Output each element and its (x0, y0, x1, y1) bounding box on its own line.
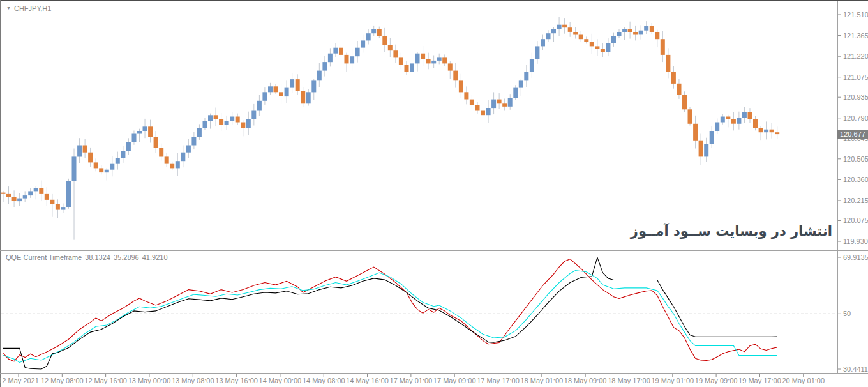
candle-bull (268, 86, 273, 92)
candle-bear (590, 42, 594, 47)
candle-bull (61, 207, 65, 210)
time-tick-label: 18 May 09:00 (564, 377, 607, 384)
candle-bull (208, 115, 213, 121)
candle-bear (459, 80, 463, 92)
candle-bear (39, 188, 43, 194)
indicator-value-2: 35.2896 (114, 254, 139, 261)
candle-bull (110, 164, 114, 170)
candle-bear (296, 79, 300, 91)
symbol-dropdown-icon[interactable]: ▼ (6, 6, 11, 10)
indicator-tick-label: 30.4411 (843, 365, 868, 373)
candle-bear (382, 36, 387, 45)
candle-bear (442, 57, 447, 63)
candle-bull (17, 199, 22, 202)
indicator-axis[interactable]: 69.91355030.4411 (838, 254, 868, 373)
candle-bull (121, 151, 125, 158)
time-tick-label: 12 May 2021 (0, 377, 39, 384)
candle-bull (524, 72, 528, 81)
price-tick-label: 121.220 (843, 52, 868, 60)
candle-bear (502, 103, 507, 107)
window-top-border (0, 0, 868, 1)
time-tick-label: 18 May 01:00 (521, 377, 564, 384)
candle-bear (377, 29, 382, 36)
candle-bull (137, 131, 142, 134)
candle-bear (94, 162, 98, 168)
candle-bull (333, 48, 338, 54)
candle-bull (257, 101, 262, 111)
candle-bull (285, 88, 289, 97)
time-axis[interactable]: 12 May 202112 May 08:0012 May 16:0013 Ma… (0, 374, 825, 384)
candle-bull (116, 158, 120, 164)
candle-bull (34, 188, 38, 192)
price-tick-label: 120.075 (843, 216, 868, 224)
candle-bull (181, 153, 185, 162)
candle-bear (399, 57, 403, 64)
price-tick-label: 121.075 (843, 73, 868, 81)
candle-bull (72, 156, 77, 181)
candle-bull (519, 80, 523, 87)
candle-bull (530, 59, 534, 72)
indicator-tick-label: 50 (843, 310, 851, 317)
candle-bear (699, 141, 703, 157)
candle-bear (633, 32, 638, 35)
candle-bull (77, 146, 82, 157)
time-tick-label: 12 May 16:00 (84, 377, 127, 384)
candle-bull (557, 25, 562, 29)
candle-bull (143, 126, 147, 131)
candle-bull (513, 88, 518, 98)
candle-bull (225, 121, 229, 125)
candle-bear (214, 115, 218, 119)
price-axis[interactable]: 121.510121.365121.220121.075120.935120.7… (838, 11, 868, 245)
candle-bear (219, 119, 223, 125)
candle-bull (322, 62, 327, 71)
candle-bull (317, 71, 322, 81)
candle-bear (426, 59, 431, 64)
price-tick-label: 120.505 (843, 155, 868, 163)
indicator-value-1: 38.1324 (85, 254, 110, 261)
candle-bull (66, 181, 71, 207)
candle-bear (6, 194, 11, 197)
candle-bear (726, 117, 730, 120)
candle-bull (491, 100, 496, 109)
candle-bear (753, 119, 758, 128)
qqe-line-slow-black (3, 257, 777, 369)
candle-bear (279, 92, 283, 96)
time-tick-label: 20 May 01:00 (782, 377, 825, 384)
candle-bull (431, 61, 436, 64)
candle-bull (361, 40, 365, 47)
candle-bull (230, 117, 234, 121)
symbol-label: CHFJPY,H1 (14, 4, 51, 12)
qqe-line-fast-red (3, 259, 777, 361)
candle-bear (573, 32, 578, 35)
candle-bear (301, 91, 305, 103)
candle-bear (453, 71, 458, 81)
time-tick-label: 13 May 08:00 (172, 377, 214, 384)
candle-bear (274, 86, 278, 92)
chart-canvas[interactable]: 121.510121.365121.220121.075120.935120.7… (0, 0, 868, 387)
candle-bull (704, 144, 708, 156)
indicator-value-3: 41.9210 (142, 254, 168, 261)
time-tick-label: 17 May 01:00 (390, 377, 433, 384)
time-tick-label: 19 May 01:00 (651, 377, 694, 384)
candle-bear (481, 111, 485, 116)
candle-bear (661, 39, 665, 55)
time-tick-label: 14 May 08:00 (303, 377, 345, 384)
indicator-name: QQE Current Timeframe (6, 254, 82, 261)
candle-bear (159, 148, 163, 157)
candle-bull (350, 56, 354, 63)
candle-bull (606, 43, 610, 52)
candle-bear (666, 55, 670, 72)
candle-bear (568, 27, 572, 32)
price-tick-label: 120.935 (843, 93, 868, 101)
candle-bull (251, 111, 256, 120)
candle-bear (56, 204, 60, 210)
candle-bear (405, 65, 409, 72)
candle-bull (306, 92, 311, 103)
candle-bull (486, 108, 491, 115)
time-tick-label: 18 May 17:00 (608, 377, 650, 384)
candle-bear (595, 46, 599, 49)
candle-bear (448, 63, 453, 70)
candle-bear (83, 146, 87, 153)
candle-bear (45, 194, 49, 200)
candle-bull (611, 36, 616, 43)
